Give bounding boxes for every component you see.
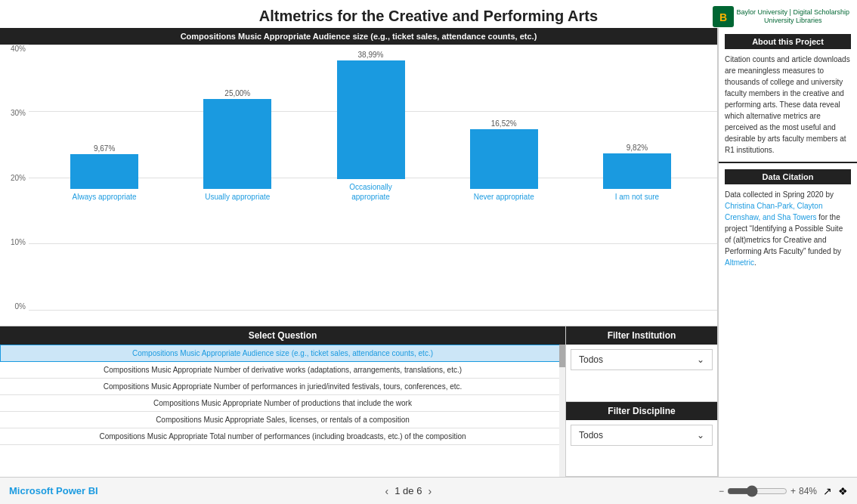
filter-institution-panel: Filter Institution Todos ⌄ xyxy=(566,326,717,402)
y-label-20: 20% xyxy=(11,174,26,182)
chevron-down-icon: ⌄ xyxy=(697,354,704,365)
bar-label-usually: Usually appropriate xyxy=(205,192,270,202)
zoom-plus-icon[interactable]: + xyxy=(790,486,796,496)
bar-always xyxy=(70,154,138,189)
citation-end: . xyxy=(754,258,756,267)
select-question-panel: Select Question Compositions Music Appro… xyxy=(0,326,566,477)
question-list[interactable]: Compositions Music Appropriate Audience … xyxy=(0,345,565,477)
scrollbar-thumb[interactable] xyxy=(559,345,565,367)
bar-label-notsure: I am not sure xyxy=(615,192,659,202)
bar-occasionally xyxy=(337,60,405,179)
bar-group-notsure: 9,82% I am not sure xyxy=(571,51,704,202)
question-item-1[interactable]: Compositions Music Appropriate Number of… xyxy=(0,362,565,379)
bottom-section: Select Question Compositions Music Appro… xyxy=(0,326,717,477)
y-label-30: 30% xyxy=(11,109,26,117)
bar-value-occasionally: 38,99% xyxy=(358,51,384,59)
bar-group-never: 16,52% Never appropriate xyxy=(438,51,571,202)
question-item-3[interactable]: Compositions Music Appropriate Number of… xyxy=(0,395,565,412)
bar-value-notsure: 9,82% xyxy=(627,144,648,152)
question-item-2[interactable]: Compositions Music Appropriate Number of… xyxy=(0,379,565,395)
filter-institution-select[interactable]: Todos ⌄ xyxy=(571,349,713,370)
bar-chart-wrapper: 40% 30% 20% 10% 0% xyxy=(0,45,717,326)
baylor-university-label: Baylor University | Digital Scholarship … xyxy=(737,8,849,25)
y-label-40: 40% xyxy=(11,45,26,53)
y-label-0: 0% xyxy=(15,302,26,311)
about-text: Citation counts and article downloads ar… xyxy=(725,54,851,156)
share-icon[interactable]: ↗ xyxy=(823,485,832,497)
powerbi-link[interactable]: Microsoft Power BI xyxy=(9,485,98,496)
question-item-5[interactable]: Compositions Music Appropriate Total num… xyxy=(0,428,565,445)
filter-discipline-select[interactable]: Todos ⌄ xyxy=(571,425,713,446)
baylor-bear-icon: B xyxy=(713,6,734,27)
bar-value-usually: 25,00% xyxy=(224,89,250,97)
bar-usually xyxy=(203,99,271,189)
citation-section: Data Citation Data collected in Spring 2… xyxy=(719,163,857,274)
question-item-4[interactable]: Compositions Music Appropriate Sales, li… xyxy=(0,412,565,428)
citation-author-link[interactable]: Christina Chan-Park, Clayton Crenshaw, a… xyxy=(725,202,823,221)
bar-notsure xyxy=(603,153,671,189)
citation-text: Data collected in Spring 2020 by Christi… xyxy=(725,189,851,268)
y-axis: 40% 30% 20% 10% 0% xyxy=(0,45,29,311)
bar-label-never: Never appropriate xyxy=(474,192,534,202)
bar-label-always: Always appropriate xyxy=(73,192,137,202)
page-title: Altmetrics for the Creative and Performi… xyxy=(259,8,598,24)
baylor-logo: B Baylor University | Digital Scholarshi… xyxy=(713,6,849,27)
scrollbar[interactable] xyxy=(559,345,565,477)
citation-intro: Data collected in Spring 2020 by xyxy=(725,190,834,199)
filter-institution-header: Filter Institution xyxy=(566,326,717,345)
filter-panels: Filter Institution Todos ⌄ Filter Discip… xyxy=(566,326,717,477)
chevron-down-icon-2: ⌄ xyxy=(697,430,704,441)
bar-never xyxy=(470,129,538,189)
page-info: 1 de 6 xyxy=(394,485,422,496)
about-header: About this Project xyxy=(725,34,851,49)
filter-discipline-panel: Filter Discipline Todos ⌄ xyxy=(566,402,717,478)
zoom-level: 84% xyxy=(799,486,817,496)
footer-right: − + 84% ↗ ❖ xyxy=(719,485,848,497)
question-item-0[interactable]: Compositions Music Appropriate Audience … xyxy=(0,345,565,362)
bars-container: 9,67% Always appropriate 25,00% Usually … xyxy=(30,51,711,202)
chart-header-bar: Compositions Music Appropriate Audience … xyxy=(0,28,717,45)
citation-header: Data Citation xyxy=(725,169,851,184)
footer-nav: ‹ 1 de 6 › xyxy=(385,485,432,497)
y-label-10: 10% xyxy=(11,238,26,246)
zoom-controls: − + 84% xyxy=(719,485,817,497)
zoom-minus-icon[interactable]: − xyxy=(719,486,724,496)
about-section: About this Project Citation counts and a… xyxy=(719,28,857,163)
fullscreen-icon[interactable]: ❖ xyxy=(838,485,848,497)
bar-value-never: 16,52% xyxy=(491,119,517,128)
right-panel: About this Project Citation counts and a… xyxy=(717,28,857,477)
nav-next-button[interactable]: › xyxy=(428,485,432,497)
filter-institution-value: Todos xyxy=(579,354,603,365)
svg-text:B: B xyxy=(719,11,727,23)
select-question-header: Select Question xyxy=(0,326,565,345)
filter-discipline-header: Filter Discipline xyxy=(566,402,717,420)
filter-discipline-value: Todos xyxy=(579,430,603,441)
nav-prev-button[interactable]: ‹ xyxy=(385,485,389,497)
bar-group-usually: 25,00% Usually appropriate xyxy=(171,51,304,202)
bar-value-always: 9,67% xyxy=(94,144,115,153)
bar-label-occasionally: Occasionallyappropriate xyxy=(349,182,392,202)
bar-group-always: 9,67% Always appropriate xyxy=(38,51,171,202)
bar-group-occasionally: 38,99% Occasionallyappropriate xyxy=(304,51,437,202)
page-header: Altmetrics for the Creative and Performi… xyxy=(0,0,857,28)
altmetric-link[interactable]: Altmetric xyxy=(725,258,754,267)
footer: Microsoft Power BI ‹ 1 de 6 › − + 84% ↗ … xyxy=(0,477,857,504)
zoom-slider[interactable] xyxy=(727,485,787,497)
